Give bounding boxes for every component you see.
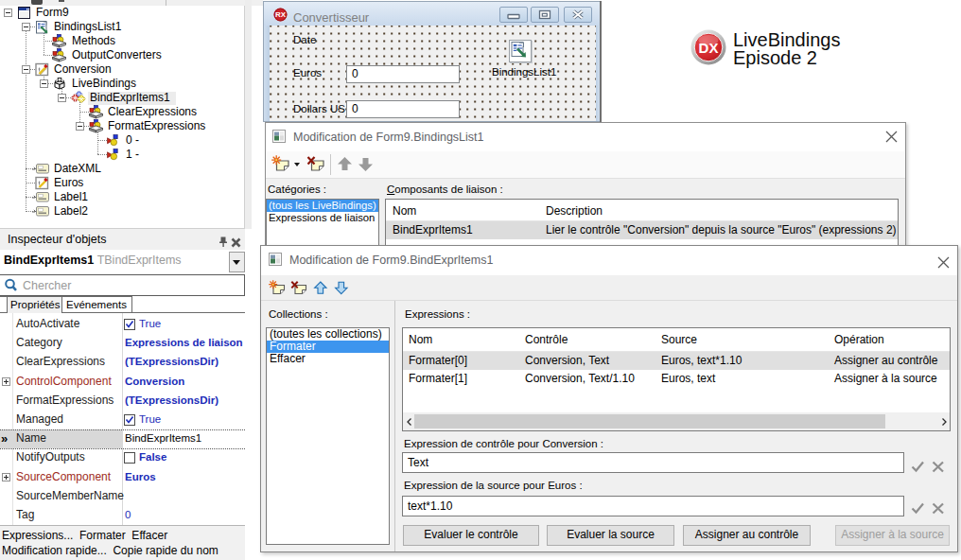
svg-text:RX: RX (275, 10, 287, 19)
